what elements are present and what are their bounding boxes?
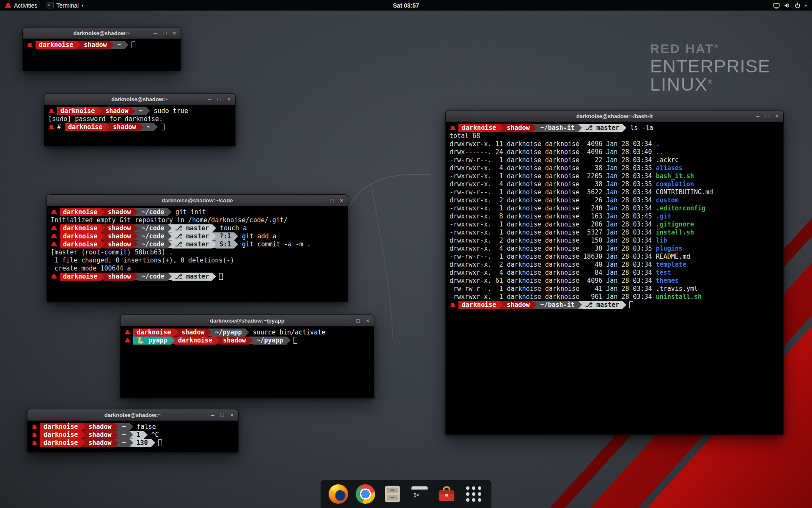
prompt-segment-gitstat: S:1: [216, 240, 234, 248]
terminal-cursor: [132, 41, 135, 48]
maximize-button[interactable]: □: [163, 30, 167, 36]
close-button[interactable]: ×: [227, 97, 230, 102]
dock: $>: [321, 480, 491, 508]
prompt-line: darknoiseshadow~/code git init: [51, 208, 344, 216]
window-titlebar[interactable]: darknoise@shadow:~ – □ ×: [23, 28, 181, 39]
dock-files[interactable]: [382, 484, 403, 504]
registered-mark-icon: ®: [714, 44, 718, 50]
terminal-cursor: [294, 337, 297, 344]
window-titlebar[interactable]: darknoise@shadow:~/code – □ ×: [47, 195, 348, 206]
clock[interactable]: Sat 03:57: [393, 2, 419, 9]
terminal-content[interactable]: darknoiseshadow~/pyapp source bin/activa…: [121, 326, 374, 398]
system-status-area[interactable]: ▾: [768, 0, 812, 11]
terminal-window-home-1[interactable]: darknoise@shadow:~ – □ × darknoiseshadow…: [22, 27, 181, 71]
prompt-segment-path: ~/pyapp: [211, 329, 245, 337]
maximize-button[interactable]: □: [330, 198, 334, 203]
prompt-line: 🐍 pyappdarknoiseshadow~/pyapp: [124, 337, 370, 345]
prompt-segment-host: shadow: [219, 337, 249, 345]
app-menu-terminal[interactable]: >_ Terminal ▾: [42, 0, 88, 11]
prompt-line: darknoiseshadow~/code⎇ master: [51, 273, 344, 281]
prompt-segment-path: ~/code: [138, 224, 167, 232]
maximize-button[interactable]: □: [218, 97, 221, 102]
prompt-line: darknoiseshadow~: [27, 41, 177, 49]
ls-row: -rw-rw-r--. 1 darknoise darknoise 3622 J…: [450, 188, 779, 196]
prompt-segment-user: darknoise: [60, 224, 101, 232]
prompt-segment-path: ~: [143, 123, 154, 131]
prompt-segment-host: shadow: [104, 273, 134, 281]
dock-firefox[interactable]: [328, 484, 348, 504]
prompt-segment-path: ~: [118, 423, 129, 431]
powerline-arrow-icon: [140, 123, 143, 131]
prompt-segment-exit: 1: [133, 431, 144, 439]
terminal-content[interactable]: darknoiseshadow~ sudo true[sudo] passwor…: [44, 105, 235, 146]
ls-filename-plain: CONTRIBUTING.md: [656, 188, 713, 196]
ls-filename-dir: custom: [656, 196, 679, 204]
powerline-arrow-icon: [623, 124, 626, 132]
terminal-window-bash-it[interactable]: darknoise@shadow:~/bash-it – □ × darknoi…: [445, 110, 784, 435]
ls-filename-dir: template: [656, 261, 686, 268]
powerline-arrow-icon: [234, 232, 238, 240]
terminal-window-code[interactable]: darknoise@shadow:~/code – □ × darknoises…: [47, 194, 348, 302]
window-titlebar[interactable]: darknoise@shadow:~ – □ ×: [44, 94, 235, 105]
volume-icon: [784, 2, 790, 9]
window-titlebar[interactable]: darknoise@shadow:~/pyapp – □ ×: [121, 315, 374, 326]
redhat-prompt-icon: [124, 337, 131, 345]
dock-app-grid[interactable]: [464, 484, 484, 504]
powerline-arrow-icon: [212, 232, 216, 240]
powerline-arrow-icon: [134, 224, 138, 232]
terminal-content[interactable]: darknoiseshadow~: [23, 39, 181, 71]
minimize-button[interactable]: –: [211, 412, 214, 418]
logo-brand-text: RED HAT: [650, 41, 714, 55]
terminal-window-exit-codes[interactable]: darknoise@shadow:~ – □ × darknoiseshadow…: [27, 409, 239, 453]
ls-row: -rw-rw-r--. 1 darknoise darknoise 22 Jan…: [450, 156, 779, 164]
maximize-button[interactable]: □: [357, 318, 360, 323]
window-titlebar[interactable]: darknoise@shadow:~/bash-it – □ ×: [446, 110, 783, 122]
command-text: false: [133, 423, 156, 431]
prompt-segment-host: shadow: [80, 41, 110, 49]
ls-row-details: drwxrwxr-x. 4 darknoise darknoise 38 Jan…: [450, 164, 656, 172]
command-text: git init: [172, 208, 206, 216]
dock-toolbox[interactable]: [436, 484, 457, 504]
terminal-window-pyapp[interactable]: darknoise@shadow:~/pyapp – □ × darknoise…: [120, 315, 374, 398]
terminal-content[interactable]: darknoiseshadow~ falsedarknoiseshadow~1 …: [27, 421, 238, 452]
terminal-icon: $>: [410, 484, 429, 504]
minimize-button[interactable]: –: [756, 113, 759, 119]
dock-terminal[interactable]: $>: [409, 484, 430, 504]
close-button[interactable]: ×: [173, 30, 176, 36]
activities-button[interactable]: Activities: [0, 0, 42, 11]
activities-label: Activities: [14, 2, 37, 9]
powerline-arrow-icon: [144, 431, 148, 439]
redhat-prompt-icon: [48, 123, 55, 131]
minimize-button[interactable]: –: [208, 97, 211, 102]
minimize-button[interactable]: –: [154, 30, 156, 36]
powerline-arrow-icon: [101, 273, 104, 280]
close-button[interactable]: ×: [366, 318, 369, 323]
terminal-output-line: total 68: [450, 132, 779, 140]
command-text: sudo true: [150, 107, 188, 115]
redhat-prompt-icon: [51, 224, 58, 232]
maximize-button[interactable]: □: [221, 412, 224, 418]
minimize-button[interactable]: –: [347, 318, 350, 323]
prompt-segment-user: darknoise: [57, 107, 98, 115]
terminal-content[interactable]: darknoiseshadow~/bash-it⎇ master ls -lat…: [446, 122, 783, 434]
maximize-button[interactable]: □: [766, 113, 769, 119]
terminal-content[interactable]: darknoiseshadow~/code git initInitialize…: [47, 206, 348, 302]
ls-row-details: drwxrwxr-x. 8 darknoise darknoise 163 Ja…: [450, 213, 656, 220]
window-titlebar[interactable]: darknoise@shadow:~ – □ ×: [27, 409, 238, 421]
prompt-segment-user: darknoise: [40, 431, 81, 439]
ls-row: drwxrwxr-x. 2 darknoise darknoise 26 Jan…: [450, 196, 779, 204]
ls-row-details: -rwxrwxr-x. 1 darknoise darknoise 961 Ja…: [450, 293, 656, 301]
powerline-arrow-icon: [101, 224, 104, 232]
prompt-segment-host: shadow: [85, 439, 115, 447]
terminal-window-sudo[interactable]: darknoise@shadow:~ – □ × darknoiseshadow…: [44, 93, 236, 146]
ls-filename-dir: lib: [656, 237, 667, 244]
powerline-arrow-icon: [134, 273, 138, 280]
close-button[interactable]: ×: [775, 113, 779, 119]
dock-chrome[interactable]: [355, 484, 376, 504]
minimize-button[interactable]: –: [321, 198, 324, 203]
ls-row: drwxrwxr-x. 61 darknoise darknoise 4096 …: [450, 277, 779, 285]
ls-row-details: -rwxrwxr-x. 1 darknoise darknoise 5327 J…: [450, 229, 656, 236]
close-button[interactable]: ×: [230, 412, 233, 418]
powerline-arrow-icon: [287, 337, 291, 344]
close-button[interactable]: ×: [340, 198, 343, 203]
